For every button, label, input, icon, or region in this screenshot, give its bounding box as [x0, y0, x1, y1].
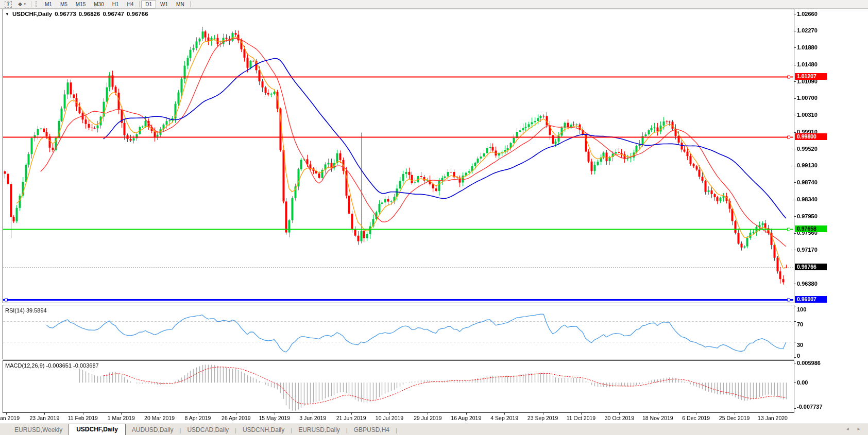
tab-gbpusd-h4[interactable]: GBPUSD,H4 — [348, 425, 396, 435]
tab-audusd-daily[interactable]: AUDUSD,Daily — [126, 425, 180, 435]
current-price-badge: 0.96766 — [795, 264, 827, 270]
price-chart-canvas[interactable] — [0, 0, 868, 435]
timeframe-buttons: M1M5M15M30H1H4D1W1MN — [41, 0, 192, 9]
date-tick-label: 20 Mar 2019 — [144, 415, 175, 421]
rsi-tick-label: 0 — [797, 353, 800, 359]
style-palette-icon: ❖ — [18, 2, 23, 7]
price-level-badge: 0.96007 — [795, 296, 827, 303]
macd-tick-label: -0.007737 — [797, 404, 823, 410]
tab-usdcnh-daily[interactable]: USDCNH,Daily — [236, 425, 291, 435]
chart-style-button[interactable]: ❖ ▾ — [15, 0, 28, 9]
price-tick-label: 0.96380 — [797, 281, 818, 287]
text-tool-button[interactable]: T — [2, 0, 14, 9]
timeframe-button-w1[interactable]: W1 — [156, 0, 172, 9]
tab-scroll-left-icon[interactable]: ◄ — [845, 427, 849, 431]
date-tick-label: 26 Apr 2019 — [222, 415, 251, 421]
date-tick-label: 3 Jun 2019 — [299, 415, 326, 421]
timeframe-button-m5[interactable]: M5 — [56, 0, 72, 9]
close-value: 0.96766 — [127, 11, 148, 17]
toolbar-grip[interactable] — [36, 1, 38, 7]
macd-tick-label: 0.005986 — [797, 360, 821, 366]
date-tick-label: 18 Nov 2019 — [642, 415, 673, 421]
rsi-indicator-label: RSI(14) 39.5894 — [5, 307, 47, 314]
tab-separator: | — [396, 426, 397, 435]
timeframe-button-d1[interactable]: D1 — [141, 0, 156, 9]
date-tick-label: 30 Oct 2019 — [605, 415, 634, 421]
price-level-badge: 0.99800 — [795, 133, 827, 140]
price-tick-label: 1.01480 — [797, 61, 818, 67]
date-tick-label: 25 Dec 2019 — [719, 415, 750, 421]
toolbar: T ❖ ▾ M1M5M15M30H1H4D1W1MN — [0, 0, 868, 9]
tab-eurusd-daily[interactable]: EURUSD,Daily — [292, 425, 346, 435]
price-tick-label: 1.00310 — [797, 112, 818, 118]
price-tick-label: 0.97170 — [797, 247, 818, 253]
date-tick-label: 11 Feb 2019 — [68, 415, 98, 421]
date-tick-label: 4 Sep 2019 — [490, 415, 518, 421]
chart-tabs-bar: EURUSD,WeeklyUSDCHF,DailyAUDUSD,Daily|US… — [0, 424, 868, 435]
timeframe-button-m1[interactable]: M1 — [41, 0, 56, 9]
date-tick-label: 15 May 2019 — [259, 415, 290, 421]
rsi-tick-label: 70 — [797, 321, 803, 327]
low-value: 0.96747 — [103, 11, 124, 17]
high-value: 0.96826 — [79, 11, 100, 17]
date-tick-label: 6 Dec 2019 — [682, 415, 710, 421]
toolbar-separator — [139, 1, 140, 7]
date-tick-label: 23 Jan 2019 — [29, 415, 59, 421]
text-cursor-icon: T — [5, 1, 12, 8]
chart-title: ▼ USDCHF,Daily 0.96773 0.96826 0.96747 0… — [5, 11, 148, 17]
macd-indicator-label: MACD(12,26,9) -0.003651 -0.003687 — [5, 362, 99, 369]
date-tick-label: 11 Oct 2019 — [567, 415, 595, 421]
date-tick-label: 8 Apr 2019 — [185, 415, 211, 421]
price-tick-label: 0.99130 — [797, 162, 818, 168]
date-tick-label: 23 Sep 2019 — [527, 415, 558, 421]
toolbar-separator — [190, 1, 191, 7]
rsi-tick-label: 30 — [797, 342, 803, 348]
chevron-down-icon: ▾ — [24, 2, 26, 6]
price-tick-label: 1.02660 — [797, 11, 818, 17]
price-tick-label: 1.01880 — [797, 44, 818, 50]
date-tick-label: 1 Mar 2019 — [108, 415, 135, 421]
date-tick-label: 10 Jul 2019 — [376, 415, 403, 421]
date-tick-label: 4 Jan 2019 — [0, 415, 20, 421]
price-tick-label: 1.00700 — [797, 95, 818, 101]
price-tick-label: 0.97950 — [797, 213, 818, 219]
toolbar-separator — [31, 1, 31, 7]
tab-usdcad-daily[interactable]: USDCAD,Daily — [181, 425, 235, 435]
date-tick-label: 16 Aug 2019 — [451, 415, 481, 421]
collapse-caret-icon: ▼ — [5, 12, 9, 16]
tab-scroll-arrows: ◄ ► — [845, 427, 861, 431]
price-tick-label: 0.98740 — [797, 179, 818, 185]
price-level-badge: 1.01207 — [795, 73, 827, 80]
tab-eurusd-weekly[interactable]: EURUSD,Weekly — [8, 425, 69, 435]
price-level-badge: 0.97658 — [795, 225, 827, 232]
price-tick-label: 1.02270 — [797, 27, 818, 33]
rsi-tick-label: 100 — [797, 306, 806, 312]
price-tick-label: 0.98340 — [797, 196, 818, 202]
tab-scroll-right-icon[interactable]: ► — [857, 427, 861, 431]
date-tick-label: 13 Jan 2020 — [758, 415, 788, 421]
chart-tabs: EURUSD,WeeklyUSDCHF,DailyAUDUSD,Daily|US… — [8, 424, 397, 435]
macd-tick-label: 0.00 — [797, 379, 808, 386]
date-tick-label: 21 Jun 2019 — [336, 415, 366, 421]
timeframe-button-h4[interactable]: H4 — [123, 0, 138, 9]
price-tick-label: 0.99520 — [797, 146, 818, 152]
tab-usdchf-daily[interactable]: USDCHF,Daily — [69, 424, 126, 435]
symbol-period-label: USDCHF,Daily — [12, 11, 52, 17]
timeframe-button-mn[interactable]: MN — [172, 0, 189, 9]
date-tick-label: 29 Jul 2019 — [414, 415, 441, 421]
timeframe-button-h1[interactable]: H1 — [108, 0, 123, 9]
open-value: 0.96773 — [55, 11, 76, 17]
timeframe-button-m30[interactable]: M30 — [90, 0, 108, 9]
timeframe-button-m15[interactable]: M15 — [72, 0, 90, 9]
